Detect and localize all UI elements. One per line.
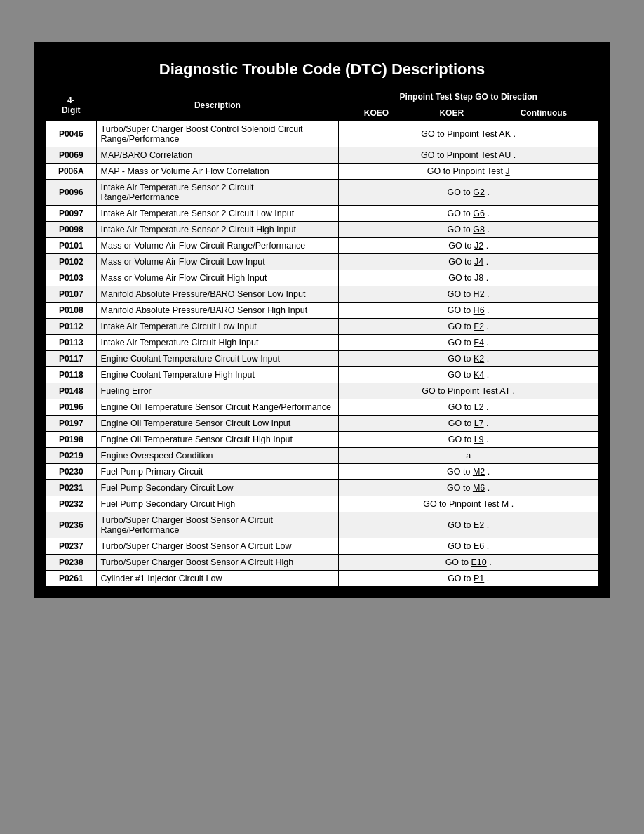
direction-cell: GO to J8 . [339, 270, 598, 286]
direction-cell: GO to M2 . [339, 464, 598, 480]
header-description: Description [96, 89, 339, 121]
description-cell: Turbo/Super Charger Boost Sensor A Circu… [96, 512, 339, 538]
description-cell: Fuel Pump Primary Circuit [96, 464, 339, 480]
page: Diagnostic Trouble Code (DTC) Descriptio… [34, 42, 610, 598]
table-row: P0117Engine Coolant Temperature Circuit … [46, 351, 598, 367]
table-row: P0107Manifold Absolute Pressure/BARO Sen… [46, 286, 598, 303]
direction-cell: GO to M6 . [339, 480, 598, 496]
description-cell: Mass or Volume Air Flow Circuit Low Inpu… [96, 254, 339, 270]
description-cell: Turbo/Super Charger Boost Sensor A Circu… [96, 555, 339, 571]
direction-cell: GO to H2 . [339, 286, 598, 303]
table-row: P0069MAP/BARO CorrelationGO to Pinpoint … [46, 147, 598, 164]
table-row: P0101Mass or Volume Air Flow Circuit Ran… [46, 238, 598, 254]
code-cell: P0231 [46, 480, 97, 496]
table-row: P0113Intake Air Temperature Circuit High… [46, 335, 598, 351]
table-row: P0118Engine Coolant Temperature High Inp… [46, 367, 598, 383]
direction-cell: GO to F2 . [339, 319, 598, 335]
table-row: P006AMAP - Mass or Volume Air Flow Corre… [46, 164, 598, 180]
code-cell: P0069 [46, 147, 97, 164]
table-row: P0108Manifold Absolute Pressure/BARO Sen… [46, 303, 598, 319]
table-row: P0196Engine Oil Temperature Sensor Circu… [46, 399, 598, 416]
direction-cell: GO to Pinpoint Test AK . [339, 121, 598, 147]
description-cell: Intake Air Temperature Circuit Low Input [96, 319, 339, 335]
code-cell: P0237 [46, 538, 97, 555]
code-cell: P0101 [46, 238, 97, 254]
description-cell: Engine Oil Temperature Sensor Circuit Hi… [96, 432, 339, 448]
direction-cell: GO to H6 . [339, 303, 598, 319]
description-cell: Turbo/Super Charger Boost Control Soleno… [96, 121, 339, 147]
code-cell: P0102 [46, 254, 97, 270]
direction-cell: GO to F4 . [339, 335, 598, 351]
direction-cell: GO to Pinpoint Test J [339, 164, 598, 180]
direction-cell: GO to L9 . [339, 432, 598, 448]
code-cell: P0096 [46, 180, 97, 206]
direction-cell: GO to L7 . [339, 416, 598, 432]
code-cell: P0112 [46, 319, 97, 335]
code-cell: P0219 [46, 448, 97, 464]
code-cell: P0148 [46, 383, 97, 399]
table-row: P0148Fueling ErrorGO to Pinpoint Test AT… [46, 383, 598, 399]
table-row: P0103Mass or Volume Air Flow Circuit Hig… [46, 270, 598, 286]
dtc-table: 4-Digit Description Pinpoint Test Step G… [46, 88, 598, 587]
description-cell: Fuel Pump Secondary Circuit High [96, 496, 339, 512]
direction-cell: GO to E2 . [339, 512, 598, 538]
code-cell: P0113 [46, 335, 97, 351]
table-row: P0238Turbo/Super Charger Boost Sensor A … [46, 555, 598, 571]
table-row: P0232Fuel Pump Secondary Circuit HighGO … [46, 496, 598, 512]
table-row: P0197Engine Oil Temperature Sensor Circu… [46, 416, 598, 432]
code-cell: P0098 [46, 222, 97, 238]
direction-cell: GO to G2 . [339, 180, 598, 206]
direction-cell: GO to G8 . [339, 222, 598, 238]
direction-cell: GO to Pinpoint Test M . [339, 496, 598, 512]
description-cell: Mass or Volume Air Flow Circuit Range/Pe… [96, 238, 339, 254]
code-cell: P0198 [46, 432, 97, 448]
code-cell: P0118 [46, 367, 97, 383]
table-row: P0096Intake Air Temperature Sensor 2 Cir… [46, 180, 598, 206]
direction-cell: GO to Pinpoint Test AT . [339, 383, 598, 399]
table-row: P0198Engine Oil Temperature Sensor Circu… [46, 432, 598, 448]
direction-cell: a [339, 448, 598, 464]
code-cell: P0097 [46, 206, 97, 222]
direction-cell: GO to Pinpoint Test AU . [339, 147, 598, 164]
direction-cell: GO to K2 . [339, 351, 598, 367]
header-koeo: KOEO [339, 105, 414, 121]
code-cell: P006A [46, 164, 97, 180]
code-cell: P0238 [46, 555, 97, 571]
table-row: P0112Intake Air Temperature Circuit Low … [46, 319, 598, 335]
table-row: P0097Intake Air Temperature Sensor 2 Cir… [46, 206, 598, 222]
description-cell: Cylinder #1 Injector Circuit Low [96, 571, 339, 587]
description-cell: Intake Air Temperature Sensor 2 Circuit … [96, 180, 339, 206]
table-row: P0098Intake Air Temperature Sensor 2 Cir… [46, 222, 598, 238]
description-cell: Engine Oil Temperature Sensor Circuit Lo… [96, 416, 339, 432]
direction-cell: GO to K4 . [339, 367, 598, 383]
description-cell: MAP - Mass or Volume Air Flow Correlatio… [96, 164, 339, 180]
table-row: P0219Engine Overspeed Conditiona [46, 448, 598, 464]
header-koer: KOER [414, 105, 489, 121]
description-cell: Manifold Absolute Pressure/BARO Sensor L… [96, 286, 339, 303]
code-cell: P0107 [46, 286, 97, 303]
table-row: P0230Fuel Pump Primary CircuitGO to M2 . [46, 464, 598, 480]
description-cell: Intake Air Temperature Sensor 2 Circuit … [96, 206, 339, 222]
description-cell: MAP/BARO Correlation [96, 147, 339, 164]
table-row: P0102Mass or Volume Air Flow Circuit Low… [46, 254, 598, 270]
code-cell: P0117 [46, 351, 97, 367]
description-cell: Manifold Absolute Pressure/BARO Sensor H… [96, 303, 339, 319]
direction-cell: GO to L2 . [339, 399, 598, 416]
direction-cell: GO to G6 . [339, 206, 598, 222]
description-cell: Intake Air Temperature Sensor 2 Circuit … [96, 222, 339, 238]
code-cell: P0197 [46, 416, 97, 432]
code-cell: P0196 [46, 399, 97, 416]
table-row: P0237Turbo/Super Charger Boost Sensor A … [46, 538, 598, 555]
code-cell: P0046 [46, 121, 97, 147]
direction-cell: GO to E10 . [339, 555, 598, 571]
table-row: P0236Turbo/Super Charger Boost Sensor A … [46, 512, 598, 538]
direction-cell: GO to J2 . [339, 238, 598, 254]
description-cell: Engine Overspeed Condition [96, 448, 339, 464]
description-cell: Turbo/Super Charger Boost Sensor A Circu… [96, 538, 339, 555]
code-cell: P0261 [46, 571, 97, 587]
description-cell: Fueling Error [96, 383, 339, 399]
description-cell: Fuel Pump Secondary Circuit Low [96, 480, 339, 496]
description-cell: Intake Air Temperature Circuit High Inpu… [96, 335, 339, 351]
table-row: P0231Fuel Pump Secondary Circuit LowGO t… [46, 480, 598, 496]
table-row: P0046Turbo/Super Charger Boost Control S… [46, 121, 598, 147]
